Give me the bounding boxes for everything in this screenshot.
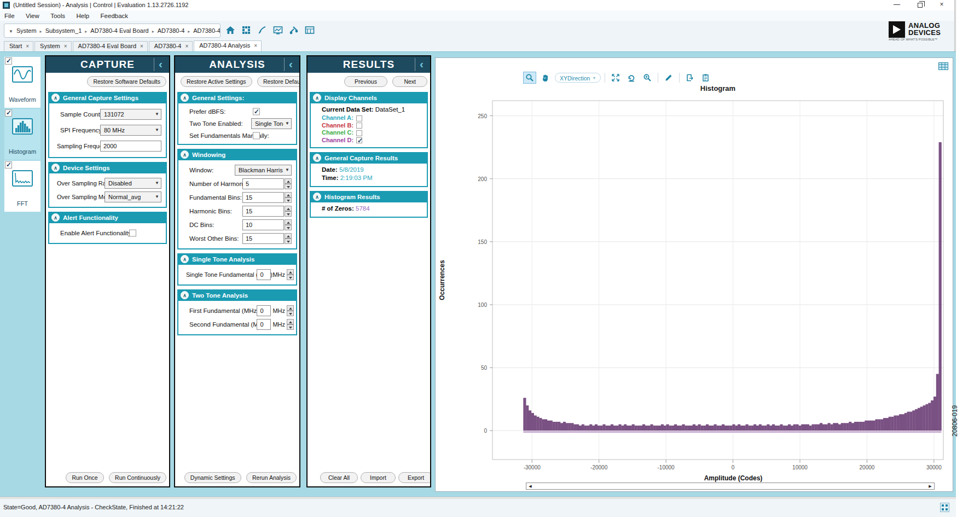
breadcrumb-system[interactable]: System <box>16 27 37 34</box>
channel-d-checkbox[interactable] <box>356 137 362 143</box>
collapse-section-icon[interactable]: ∧ <box>313 154 321 162</box>
menu-feedback[interactable]: Feedback <box>96 11 133 20</box>
collapse-section-icon[interactable]: ∧ <box>51 164 60 172</box>
channel-b-checkbox[interactable] <box>356 123 362 129</box>
close-icon[interactable]: × <box>64 43 67 49</box>
collapse-section-icon[interactable]: ∧ <box>313 94 321 102</box>
harmonic-bins-stepper[interactable] <box>242 206 292 217</box>
waveform-checkbox[interactable] <box>5 57 12 65</box>
scroll-left-icon[interactable]: ◀ <box>526 483 534 489</box>
restore-defaults-button[interactable]: Restore Defaults <box>257 76 299 87</box>
previous-button[interactable]: Previous <box>344 76 387 87</box>
import-button[interactable]: Import <box>361 472 396 483</box>
collapse-section-icon[interactable]: ∧ <box>181 150 189 159</box>
worst-other-bins-stepper[interactable] <box>242 233 292 244</box>
first-fundamental-stepper[interactable]: MHz <box>257 305 294 316</box>
clear-all-button[interactable]: Clear All <box>320 472 358 483</box>
breadcrumb-eval-board[interactable]: AD7380-4 Eval Board <box>90 27 148 34</box>
menu-view[interactable]: View <box>21 11 44 20</box>
close-button[interactable]: × <box>933 1 950 9</box>
spinner-arrows-icon[interactable] <box>285 192 292 203</box>
close-icon[interactable]: × <box>185 43 188 49</box>
collapse-section-icon[interactable]: ∧ <box>181 291 189 299</box>
minimize-button[interactable]: — <box>889 1 905 9</box>
run-continuously-button[interactable]: Run Continuously <box>109 472 166 483</box>
collapse-left-icon[interactable]: ‹ <box>284 58 297 71</box>
histogram-plot[interactable]: -30000-20000-100000100002000030000050100… <box>436 58 953 492</box>
register-map-icon[interactable] <box>304 24 316 36</box>
collapse-section-icon[interactable]: ∧ <box>51 213 60 222</box>
status-grid-icon[interactable] <box>940 503 949 512</box>
display-plot-icon[interactable] <box>272 24 284 36</box>
spi-frequency-dropdown[interactable]: 80 MHz▼ <box>100 125 161 136</box>
window-dropdown[interactable]: Blackman Harris 7▼ <box>235 165 292 176</box>
spinner-arrows-icon[interactable] <box>287 269 294 280</box>
sidebar-item-waveform[interactable]: Waveform <box>4 57 40 108</box>
close-icon[interactable]: × <box>140 43 143 49</box>
spinner-arrows-icon[interactable] <box>285 219 292 230</box>
single-tone-fundamental-stepper[interactable]: MHz <box>257 269 294 280</box>
collapse-section-icon[interactable]: ∧ <box>181 94 189 102</box>
sidebar-item-fft[interactable]: FFT <box>4 161 40 212</box>
dc-bins-stepper[interactable] <box>242 219 292 230</box>
fundamental-bins-stepper[interactable] <box>242 192 292 203</box>
run-once-button[interactable]: Run Once <box>66 472 103 483</box>
collapse-left-icon[interactable]: ‹ <box>415 58 428 71</box>
channel-a-checkbox[interactable] <box>356 115 362 121</box>
prefer-dbfs-checkbox[interactable] <box>253 108 260 115</box>
next-button[interactable]: Next <box>392 76 427 87</box>
set-fundamentals-checkbox[interactable] <box>253 132 260 139</box>
tab-system[interactable]: System× <box>34 41 72 51</box>
maximize-button[interactable] <box>912 1 928 9</box>
collapse-section-icon[interactable]: ∧ <box>313 193 321 201</box>
breadcrumb-device[interactable]: AD7380-4 <box>158 27 185 34</box>
restore-active-settings-button[interactable]: Restore Active Settings <box>181 76 252 87</box>
over-sampling-ratio-dropdown[interactable]: Disabled▼ <box>105 178 161 189</box>
collapse-section-icon[interactable]: ∧ <box>51 94 60 102</box>
breadcrumb-subsystem[interactable]: Subsystem_1 <box>45 27 82 34</box>
collapse-section-icon[interactable]: ∧ <box>181 255 189 263</box>
tab-device[interactable]: AD7380-4× <box>149 41 193 51</box>
rerun-analysis-button[interactable]: Rerun Analysis <box>246 472 297 483</box>
home-icon[interactable] <box>224 24 236 36</box>
export-button[interactable]: Export <box>398 472 430 483</box>
status-text: State=Good, AD7380-4 Analysis - CheckSta… <box>3 504 184 510</box>
svg-text:150: 150 <box>478 239 487 245</box>
chevron-down-icon: ▼ <box>153 194 161 199</box>
dynamic-settings-button[interactable]: Dynamic Settings <box>184 472 241 483</box>
spinner-arrows-icon[interactable] <box>285 233 292 244</box>
tab-analysis[interactable]: AD7380-4 Analysis× <box>194 40 262 51</box>
macro-quill-icon[interactable] <box>256 24 268 36</box>
sampling-frequency-input[interactable] <box>100 141 161 152</box>
sample-count-dropdown[interactable]: 131072▼ <box>100 109 161 120</box>
tab-eval-board[interactable]: AD7380-4 Eval Board× <box>73 41 148 51</box>
restore-software-defaults-button[interactable]: Restore Software Defaults <box>87 76 166 87</box>
close-icon[interactable]: × <box>26 43 29 49</box>
sidebar-item-histogram[interactable]: Histogram <box>4 109 40 160</box>
breadcrumb-analysis[interactable]: AD7380-4 Analysis <box>193 27 221 34</box>
spinner-arrows-icon[interactable] <box>285 178 292 189</box>
spinner-arrows-icon[interactable] <box>287 305 294 316</box>
menu-tools[interactable]: Tools <box>46 11 69 20</box>
breadcrumb[interactable]: ▼System▸Subsystem_1▸AD7380-4 Eval Board▸… <box>4 24 221 38</box>
matrix-view-icon[interactable] <box>240 24 252 36</box>
second-fundamental-stepper[interactable]: MHz <box>257 319 294 330</box>
spinner-arrows-icon[interactable] <box>285 206 292 217</box>
plugin-tools-icon[interactable] <box>288 24 300 36</box>
chevron-right-icon: ▸ <box>40 29 42 34</box>
over-sampling-mode-dropdown[interactable]: Normal_avg▼ <box>105 191 161 202</box>
histogram-checkbox[interactable] <box>5 109 12 117</box>
menu-help[interactable]: Help <box>72 11 94 20</box>
horizontal-scrollbar[interactable]: ◀ ▶ <box>526 483 935 490</box>
channel-c-checkbox[interactable] <box>356 130 362 136</box>
two-tone-enabled-dropdown[interactable]: Single Tone▼ <box>251 118 292 129</box>
number-of-harmonics-stepper[interactable] <box>242 178 292 189</box>
tab-start[interactable]: Start× <box>4 41 33 51</box>
scroll-right-icon[interactable]: ▶ <box>926 483 934 489</box>
enable-alert-checkbox[interactable] <box>129 229 136 236</box>
spinner-arrows-icon[interactable] <box>287 319 294 330</box>
collapse-left-icon[interactable]: ‹ <box>154 58 167 71</box>
close-icon[interactable]: × <box>254 43 257 49</box>
fft-checkbox[interactable] <box>5 161 12 169</box>
menu-file[interactable]: File <box>0 11 19 20</box>
